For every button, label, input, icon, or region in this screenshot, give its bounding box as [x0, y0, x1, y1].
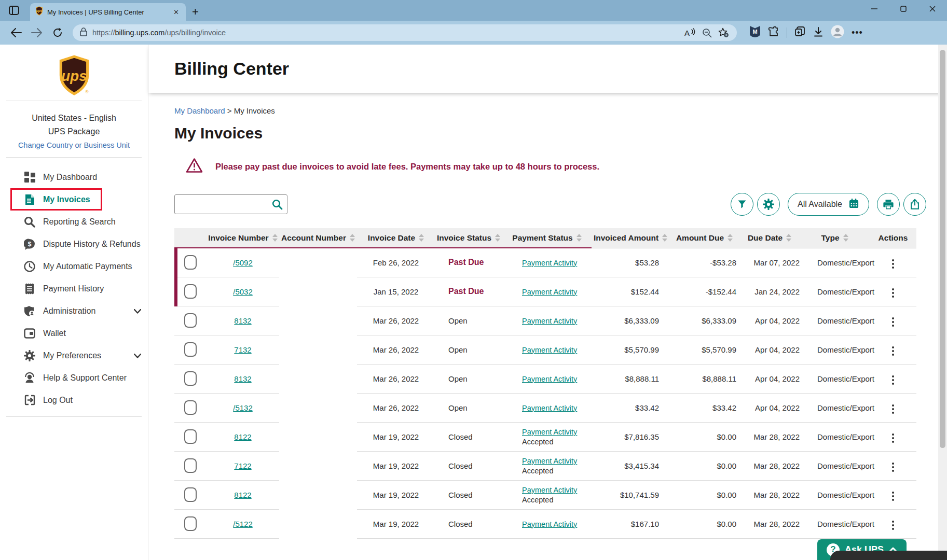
invoice-number-link[interactable]: 8122	[234, 491, 251, 499]
browser-tab[interactable]: ups My Invoices | UPS Billing Center ✕	[30, 3, 186, 21]
invoice-number-link[interactable]: 7122	[234, 461, 251, 470]
downloads-icon[interactable]	[813, 26, 824, 39]
invoice-number-link[interactable]: 8132	[234, 316, 251, 325]
payment-activity-link[interactable]: Payment Activity	[522, 428, 577, 436]
sort-icon[interactable]	[495, 234, 500, 242]
payment-activity-link[interactable]: Payment Activity	[522, 259, 577, 267]
lock-icon[interactable]	[80, 27, 87, 38]
sidebar-item-reporting-search[interactable]: Reporting & Search	[10, 211, 148, 233]
sidebar-item-automatic-payments[interactable]: My Automatic Payments	[10, 255, 148, 277]
invoice-number-link[interactable]: /5122	[233, 520, 253, 528]
change-country-link[interactable]: Change Country or Business Unit	[18, 138, 130, 152]
page-scrollbar[interactable]	[938, 45, 947, 560]
sort-icon[interactable]	[843, 234, 848, 242]
row-checkbox[interactable]	[184, 400, 197, 415]
payment-activity-link[interactable]: Payment Activity	[522, 486, 577, 494]
sidebar-item-my-dashboard[interactable]: My Dashboard	[10, 166, 148, 188]
sort-icon[interactable]	[419, 234, 424, 242]
invoice-number-link[interactable]: 8132	[234, 374, 251, 383]
row-checkbox[interactable]	[184, 342, 197, 357]
zoom-out-icon[interactable]	[698, 25, 715, 40]
header-payment-status[interactable]: Payment Status	[502, 228, 592, 248]
sidebar-item-help-support[interactable]: Help & Support Center	[10, 367, 148, 389]
back-icon[interactable]	[7, 24, 25, 41]
sidebar-item-my-invoices[interactable]: My Invoices	[10, 188, 102, 211]
payment-activity-link[interactable]: Payment Activity	[522, 317, 577, 325]
sidebar-item-my-preferences[interactable]: My Preferences	[10, 344, 148, 367]
more-menu-icon[interactable]: •••	[852, 27, 863, 38]
read-aloud-icon[interactable]: A	[682, 25, 698, 40]
sidebar-item-payment-history[interactable]: Payment History	[10, 277, 148, 300]
header-invoiced-amount[interactable]: Invoiced Amount	[592, 228, 669, 248]
window-maximize-button[interactable]	[889, 0, 918, 18]
row-checkbox[interactable]	[184, 284, 197, 299]
row-actions-kebab[interactable]	[890, 373, 896, 387]
payment-activity-link[interactable]: Payment Activity	[522, 288, 577, 296]
sort-icon[interactable]	[728, 234, 733, 242]
new-tab-button[interactable]: +	[192, 6, 199, 18]
sidebar-item-wallet[interactable]: Wallet	[10, 322, 148, 344]
sidebar-item-log-out[interactable]: Log Out	[10, 389, 148, 411]
search-input[interactable]	[175, 200, 267, 209]
profile-avatar[interactable]	[831, 25, 844, 40]
window-minimize-button[interactable]	[860, 0, 889, 18]
table-settings-button[interactable]	[757, 193, 780, 216]
row-actions-kebab[interactable]	[890, 402, 896, 416]
sort-icon[interactable]	[786, 234, 791, 242]
sort-icon[interactable]	[577, 234, 582, 242]
header-amount-due[interactable]: Amount Due	[669, 228, 739, 248]
mcafee-extension-icon[interactable]: M	[749, 25, 761, 40]
window-close-button[interactable]	[918, 0, 947, 18]
row-checkbox[interactable]	[184, 255, 197, 270]
export-button[interactable]	[903, 193, 926, 216]
row-actions-kebab[interactable]	[890, 315, 896, 329]
row-checkbox[interactable]	[184, 458, 197, 473]
row-actions-kebab[interactable]	[890, 257, 896, 271]
row-checkbox[interactable]	[184, 429, 197, 444]
forward-icon[interactable]	[28, 24, 46, 41]
date-range-button[interactable]: All Available	[788, 193, 869, 216]
sort-icon[interactable]	[272, 234, 278, 242]
payment-activity-link[interactable]: Payment Activity	[522, 346, 577, 354]
row-actions-kebab[interactable]	[890, 286, 896, 300]
invoice-number-link[interactable]: 7132	[234, 345, 251, 354]
add-favorite-icon[interactable]	[715, 25, 732, 40]
header-type[interactable]: Type	[800, 228, 870, 248]
invoice-number-link[interactable]: /5032	[233, 287, 253, 296]
breadcrumb-dashboard-link[interactable]: My Dashboard	[174, 106, 225, 115]
header-invoice-status[interactable]: Invoice Status	[435, 228, 502, 248]
payment-activity-link[interactable]: Payment Activity	[522, 404, 577, 412]
row-checkbox[interactable]	[184, 313, 197, 328]
header-due-date[interactable]: Due Date	[739, 228, 800, 248]
sort-icon[interactable]	[662, 234, 667, 242]
header-invoice-number[interactable]: Invoice Number	[207, 228, 279, 248]
row-actions-kebab[interactable]	[890, 519, 896, 532]
search-icon[interactable]	[267, 195, 287, 214]
invoice-number-link[interactable]: 8122	[234, 432, 251, 441]
payment-activity-link[interactable]: Payment Activity	[522, 457, 577, 465]
row-checkbox[interactable]	[184, 487, 197, 502]
row-checkbox[interactable]	[184, 371, 197, 386]
extensions-puzzle-icon[interactable]	[768, 26, 779, 39]
sidebar-item-dispute-history[interactable]: $ Dispute History & Refunds	[10, 233, 148, 255]
row-actions-kebab[interactable]	[890, 431, 896, 445]
payment-activity-link[interactable]: Payment Activity	[522, 520, 577, 528]
sidebar-item-administration[interactable]: Administration	[10, 300, 148, 322]
scrollbar-thumb[interactable]	[940, 50, 945, 448]
row-actions-kebab[interactable]	[890, 489, 896, 503]
header-invoice-date[interactable]: Invoice Date	[357, 228, 435, 248]
print-button[interactable]	[877, 193, 900, 216]
refresh-icon[interactable]	[49, 24, 66, 41]
invoice-number-link[interactable]: /5132	[233, 403, 253, 412]
payment-activity-link[interactable]: Payment Activity	[522, 375, 577, 383]
filter-button[interactable]	[731, 193, 753, 216]
invoice-number-link[interactable]: /5092	[233, 258, 253, 267]
row-checkbox[interactable]	[184, 516, 197, 531]
header-account-number[interactable]: Account Number	[279, 228, 357, 248]
row-actions-kebab[interactable]	[890, 344, 896, 358]
sort-icon[interactable]	[350, 234, 355, 242]
row-actions-kebab[interactable]	[890, 460, 896, 474]
address-bar[interactable]: https://billing.ups.com/ups/billing/invo…	[73, 24, 737, 41]
tab-close-icon[interactable]: ✕	[171, 8, 182, 16]
tab-actions-icon[interactable]	[5, 2, 23, 19]
